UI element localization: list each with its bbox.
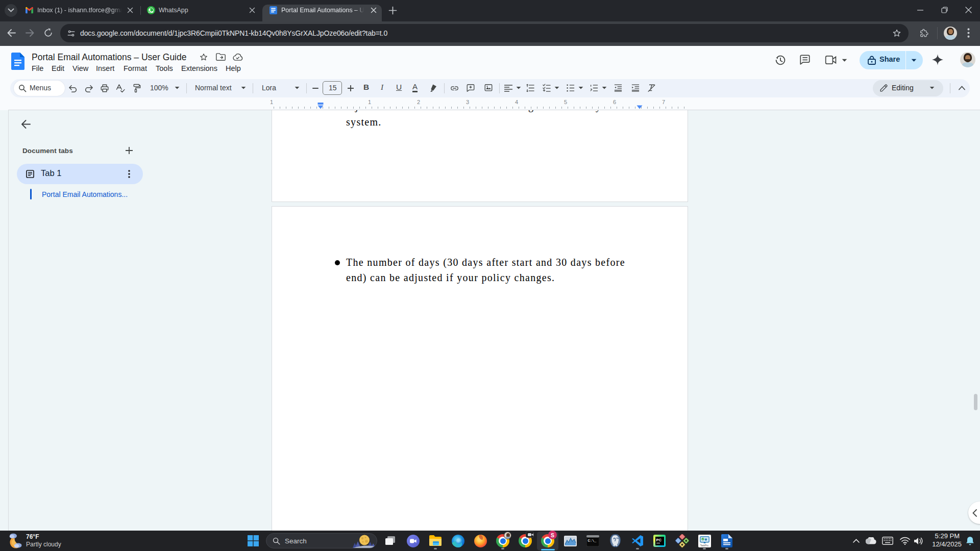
svg-text:C:\_: C:\_ [587, 539, 597, 543]
